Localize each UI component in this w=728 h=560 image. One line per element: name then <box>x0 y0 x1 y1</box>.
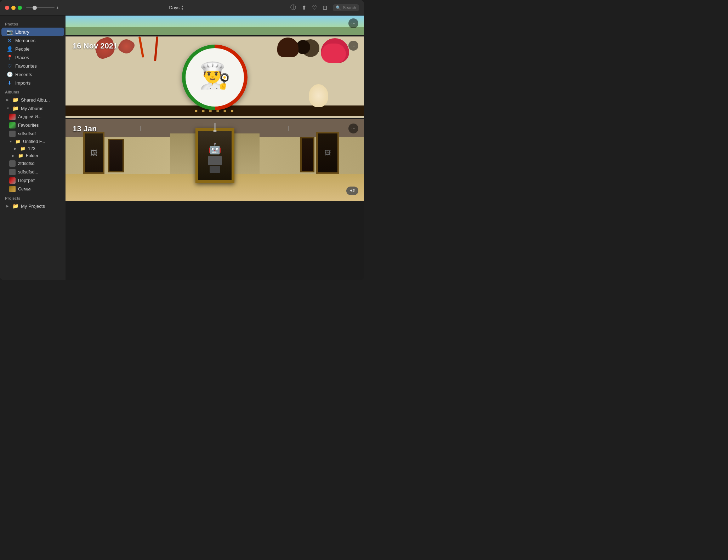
andrei-album-thumb <box>9 114 16 120</box>
sidebar-item-favourites[interactable]: ♡ Favourites <box>1 62 64 70</box>
sidebar-item-places[interactable]: 📍 Places <box>1 53 64 62</box>
sdfsdfsdf-album-thumb <box>9 131 16 137</box>
favourites-icon: ♡ <box>6 63 13 69</box>
sidebar-item-semya[interactable]: Семья <box>1 185 64 193</box>
search-icon: 🔍 <box>336 5 341 10</box>
sidebar-item-my-projects[interactable]: ▶ 📁 My Projects <box>1 202 64 210</box>
titlebar-center: Days ▲ ▼ <box>62 5 290 11</box>
expand-icon: ▶ <box>6 98 10 102</box>
projects-section-label: Projects <box>0 193 66 202</box>
sidebar-item-123[interactable]: ▶ 📁 123 <box>1 145 64 152</box>
portret-album-thumb <box>9 177 16 184</box>
recents-icon: 🕐 <box>6 72 13 77</box>
close-button[interactable] <box>5 6 9 10</box>
photo-group-museum: 🖼 🖼 <box>66 119 364 201</box>
sidebar-item-andrei[interactable]: Андрей И... <box>1 113 64 121</box>
days-label: Days <box>169 5 180 10</box>
days-selector[interactable]: Days ▲ ▼ <box>169 5 184 11</box>
sidebar-item-sdfsdfsd[interactable]: sdfsdfsd... <box>1 168 64 176</box>
chef-more-button[interactable]: ··· <box>348 41 358 51</box>
semya-album-label: Семья <box>18 187 32 192</box>
sidebar-item-zfdsdfsd[interactable]: zfdsdfsd <box>1 159 64 168</box>
museum-photo: 🖼 🖼 <box>66 119 364 201</box>
library-icon: 📷 <box>6 29 13 35</box>
sidebar: Photos 📷 Library ⊙ Memories 👤 People 📍 P… <box>0 16 66 280</box>
people-icon: 👤 <box>6 46 13 52</box>
shared-albums-label: Shared Albu... <box>21 97 50 103</box>
left-painting-2 <box>108 139 124 172</box>
search-box[interactable]: 🔍 Search <box>333 4 359 11</box>
search-label: Search <box>343 5 356 10</box>
photos-section-label: Photos <box>0 19 66 28</box>
semya-album-thumb <box>9 186 16 192</box>
123-expand-icon: ▶ <box>14 147 18 150</box>
main-painting: 🤖 <box>195 128 234 183</box>
crop-icon[interactable]: ⊡ <box>323 4 327 11</box>
sidebar-item-my-albums[interactable]: ▼ 📁 My Albums <box>1 104 64 113</box>
museum-more-button[interactable]: ··· <box>348 124 358 133</box>
sidebar-item-shared-albums[interactable]: ▶ 📁 Shared Albu... <box>1 96 64 104</box>
sidebar-item-places-label: Places <box>15 55 29 60</box>
folder-expand-icon: ▶ <box>12 154 16 158</box>
museum-photo-date: 13 Jan <box>73 124 97 133</box>
window-controls <box>5 6 22 10</box>
andrei-album-label: Андрей И... <box>18 114 41 119</box>
sidebar-item-memories-label: Memories <box>15 38 35 43</box>
maximize-button[interactable] <box>18 6 22 10</box>
sdfsdfsd-album-thumb <box>9 169 16 175</box>
titlebar-actions: ⓘ ⬆ ♡ ⊡ 🔍 Search <box>290 4 359 11</box>
top-photo-strip <box>66 16 364 35</box>
sidebar-item-favourites-album[interactable]: Favourites <box>1 121 64 130</box>
albums-section-label: Albums <box>0 87 66 96</box>
sidebar-item-recents-label: Recents <box>15 72 32 77</box>
my-projects-label: My Projects <box>21 204 45 209</box>
expand-icon-my-albums: ▼ <box>6 107 10 110</box>
untitled-expand-icon: ▼ <box>9 140 13 143</box>
sidebar-item-people[interactable]: 👤 People <box>1 45 64 53</box>
right-painting-1: 🖼 <box>316 132 339 174</box>
zoom-thumb <box>33 6 37 10</box>
sidebar-item-portret[interactable]: Портрет <box>1 176 64 185</box>
123-album-label: 123 <box>28 146 35 151</box>
my-albums-folder-icon: 📁 <box>12 105 18 111</box>
chevron-up-down-icon: ▲ ▼ <box>181 5 184 11</box>
my-projects-expand-icon: ▶ <box>6 204 10 208</box>
zoom-controls: − + <box>22 5 59 11</box>
sidebar-item-recents[interactable]: 🕐 Recents <box>1 70 64 79</box>
zfdsdfsd-album-label: zfdsdfsd <box>18 161 35 166</box>
favourites-album-thumb <box>9 122 16 128</box>
sidebar-item-imports-label: Imports <box>15 80 30 86</box>
memories-icon: ⊙ <box>6 38 13 43</box>
folder-icon2: 📁 <box>18 153 23 158</box>
sidebar-item-memories[interactable]: ⊙ Memories <box>1 36 64 45</box>
sidebar-item-folder[interactable]: ▶ 📁 Folder <box>1 152 64 159</box>
photo-group-top: ··· <box>66 16 364 35</box>
favourites-album-label: Favourites <box>18 123 39 128</box>
share-icon[interactable]: ⬆ <box>302 4 306 11</box>
app-body: Photos 📷 Library ⊙ Memories 👤 People 📍 P… <box>0 16 364 280</box>
imports-icon: ⬇ <box>6 80 13 86</box>
minimize-button[interactable] <box>11 6 16 10</box>
right-painting-2 <box>300 137 314 172</box>
info-icon[interactable]: ⓘ <box>290 4 296 11</box>
zoom-slider[interactable] <box>26 7 55 8</box>
places-icon: 📍 <box>6 55 13 60</box>
folder-label: Folder <box>26 153 38 158</box>
123-folder-icon: 📁 <box>20 146 25 151</box>
heart-icon[interactable]: ♡ <box>312 4 317 11</box>
untitled-folder-icon: 📁 <box>15 139 21 144</box>
sidebar-item-imports[interactable]: ⬇ Imports <box>1 79 64 87</box>
sidebar-item-untitled-folder[interactable]: ▼ 📁 Untitled F... <box>1 138 64 145</box>
sidebar-item-library[interactable]: 📷 Library <box>1 28 64 36</box>
left-painting-1: 🖼 <box>83 132 104 174</box>
plus-badge: +2 <box>346 187 358 195</box>
sidebar-item-sdfsdfsdf[interactable]: sdfsdfsdf <box>1 130 64 138</box>
zoom-out-button[interactable]: − <box>22 5 25 11</box>
sdfsdfsdf-album-label: sdfsdfsdf <box>18 131 36 136</box>
sdfsdfsd-album-label: sdfsdfsd... <box>18 170 38 175</box>
group-top-more-button[interactable]: ··· <box>348 18 358 28</box>
folder-icon: 📁 <box>12 97 18 103</box>
museum-photo-area: 🖼 🖼 <box>66 119 364 201</box>
zoom-in-button[interactable]: + <box>56 5 59 11</box>
outdoor-photo <box>66 16 364 35</box>
